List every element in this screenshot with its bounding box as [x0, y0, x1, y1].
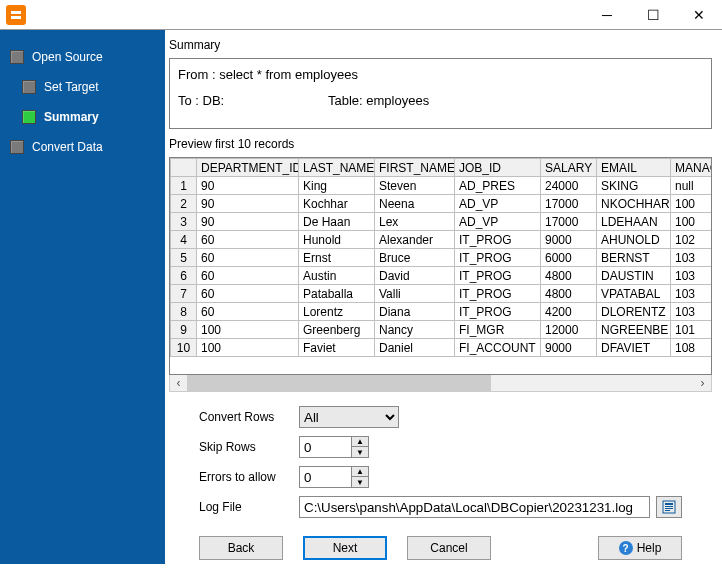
table-cell: 90: [197, 195, 299, 213]
cancel-button[interactable]: Cancel: [407, 536, 491, 560]
table-cell: 103: [671, 285, 713, 303]
table-row[interactable]: 10100FavietDanielFI_ACCOUNT9000DFAVIET10…: [171, 339, 713, 357]
table-row[interactable]: 560ErnstBruceIT_PROG6000BERNST103: [171, 249, 713, 267]
nav-open-source[interactable]: Open Source: [10, 42, 165, 72]
help-icon: ?: [619, 541, 633, 555]
table-cell: Daniel: [375, 339, 455, 357]
help-button[interactable]: ? Help: [598, 536, 682, 560]
table-cell: Austin: [299, 267, 375, 285]
nav-summary[interactable]: Summary: [22, 102, 165, 132]
table-cell: SKING: [597, 177, 671, 195]
table-row[interactable]: 860LorentzDianaIT_PROG4200DLORENTZ103: [171, 303, 713, 321]
svg-rect-4: [665, 506, 673, 507]
next-button[interactable]: Next: [303, 536, 387, 560]
column-header[interactable]: SALARY: [541, 159, 597, 177]
window-close-button[interactable]: ✕: [676, 0, 722, 30]
table-row[interactable]: 760PataballaValliIT_PROG4800VPATABAL103: [171, 285, 713, 303]
spin-down-icon[interactable]: ▼: [352, 447, 368, 457]
nav-convert-data[interactable]: Convert Data: [10, 132, 165, 162]
table-cell: 9000: [541, 231, 597, 249]
spin-up-icon[interactable]: ▲: [352, 437, 368, 447]
table-row[interactable]: 190KingStevenAD_PRES24000SKINGnull: [171, 177, 713, 195]
table-row[interactable]: 390De HaanLexAD_VP17000LDEHAAN100: [171, 213, 713, 231]
table-cell: LDEHAAN: [597, 213, 671, 231]
table-cell: Hunold: [299, 231, 375, 249]
logfile-browse-button[interactable]: [656, 496, 682, 518]
table-cell: VPATABAL: [597, 285, 671, 303]
table-cell: Kochhar: [299, 195, 375, 213]
window-maximize-button[interactable]: ☐: [630, 0, 676, 30]
table-cell: IT_PROG: [455, 231, 541, 249]
table-row[interactable]: 9100GreenbergNancyFI_MGR12000NGREENBE101: [171, 321, 713, 339]
table-cell: 100: [671, 213, 713, 231]
table-cell: 60: [197, 285, 299, 303]
table-cell: 4800: [541, 285, 597, 303]
row-number-cell: 2: [171, 195, 197, 213]
svg-rect-6: [665, 510, 670, 511]
nav-label: Convert Data: [32, 140, 103, 154]
preview-heading: Preview first 10 records: [169, 137, 712, 151]
table-cell: Ernst: [299, 249, 375, 267]
table-cell: IT_PROG: [455, 249, 541, 267]
row-number-cell: 9: [171, 321, 197, 339]
row-number-cell: 4: [171, 231, 197, 249]
table-cell: AD_PRES: [455, 177, 541, 195]
table-cell: 4800: [541, 267, 597, 285]
table-cell: null: [671, 177, 713, 195]
row-number-cell: 10: [171, 339, 197, 357]
table-cell: De Haan: [299, 213, 375, 231]
row-number-cell: 7: [171, 285, 197, 303]
svg-rect-3: [665, 503, 673, 505]
logfile-label: Log File: [199, 500, 299, 514]
preview-hscrollbar[interactable]: ‹ ›: [169, 375, 712, 392]
column-header[interactable]: DEPARTMENT_ID: [197, 159, 299, 177]
column-header[interactable]: LAST_NAME: [299, 159, 375, 177]
spin-up-icon[interactable]: ▲: [352, 467, 368, 477]
summary-to-db: To : DB:: [178, 91, 328, 111]
table-cell: 17000: [541, 195, 597, 213]
back-button[interactable]: Back: [199, 536, 283, 560]
table-cell: NKOCHHAR: [597, 195, 671, 213]
table-cell: 100: [197, 321, 299, 339]
table-cell: Nancy: [375, 321, 455, 339]
app-icon: [6, 5, 26, 25]
logfile-input[interactable]: [299, 496, 650, 518]
window-minimize-button[interactable]: ─: [584, 0, 630, 30]
column-header[interactable]: JOB_ID: [455, 159, 541, 177]
table-cell: 90: [197, 213, 299, 231]
table-cell: Neena: [375, 195, 455, 213]
table-cell: Pataballa: [299, 285, 375, 303]
step-box-icon: [10, 50, 24, 64]
column-rownum: [171, 159, 197, 177]
svg-rect-0: [11, 11, 21, 14]
skip-rows-input[interactable]: [299, 436, 351, 458]
scroll-right-icon[interactable]: ›: [694, 375, 711, 391]
column-header[interactable]: FIRST_NAME: [375, 159, 455, 177]
preview-table: DEPARTMENT_IDLAST_NAMEFIRST_NAMEJOB_IDSA…: [169, 157, 712, 375]
column-header[interactable]: EMAIL: [597, 159, 671, 177]
table-row[interactable]: 660AustinDavidIT_PROG4800DAUSTIN103: [171, 267, 713, 285]
scroll-left-icon[interactable]: ‹: [170, 375, 187, 391]
table-row[interactable]: 290KochharNeenaAD_VP17000NKOCHHAR100: [171, 195, 713, 213]
spin-down-icon[interactable]: ▼: [352, 477, 368, 487]
table-cell: Bruce: [375, 249, 455, 267]
table-cell: 100: [197, 339, 299, 357]
step-box-icon: [22, 110, 36, 124]
convert-rows-label: Convert Rows: [199, 410, 299, 424]
table-cell: 4200: [541, 303, 597, 321]
table-cell: 60: [197, 267, 299, 285]
step-box-icon: [10, 140, 24, 154]
table-cell: DFAVIET: [597, 339, 671, 357]
table-cell: IT_PROG: [455, 267, 541, 285]
row-number-cell: 8: [171, 303, 197, 321]
table-row[interactable]: 460HunoldAlexanderIT_PROG9000AHUNOLD102: [171, 231, 713, 249]
nav-set-target[interactable]: Set Target: [22, 72, 165, 102]
row-number-cell: 3: [171, 213, 197, 231]
column-header[interactable]: MANAG: [671, 159, 713, 177]
nav-label: Summary: [44, 110, 99, 124]
table-cell: 6000: [541, 249, 597, 267]
errors-input[interactable]: [299, 466, 351, 488]
table-cell: 12000: [541, 321, 597, 339]
table-cell: 9000: [541, 339, 597, 357]
convert-rows-select[interactable]: All: [299, 406, 399, 428]
